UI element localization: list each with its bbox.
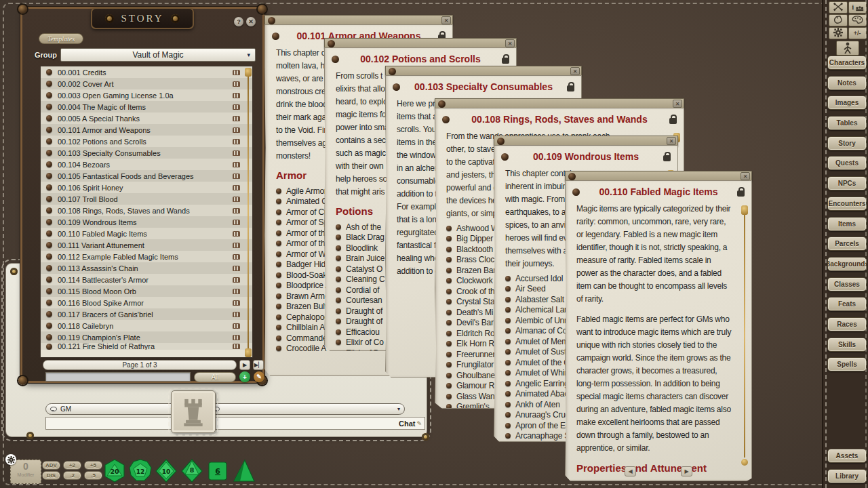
- open-entry-book-icon[interactable]: [233, 150, 240, 156]
- prev-page-button[interactable]: ◀: [625, 466, 636, 476]
- pouch-button[interactable]: [829, 14, 848, 26]
- open-entry-book-icon[interactable]: [233, 81, 240, 87]
- pin-icon[interactable]: [572, 188, 580, 196]
- sidebar-button-images[interactable]: Images: [827, 96, 867, 110]
- window-titlebar[interactable]: ✕: [324, 38, 517, 49]
- next-page-button[interactable]: ▶: [239, 360, 250, 370]
- add-entry-button[interactable]: +: [239, 371, 250, 382]
- open-entry-book-icon[interactable]: [233, 220, 240, 225]
- roll-button-dis[interactable]: DIS: [42, 471, 60, 480]
- story-list-item[interactable]: 00.119 Champion's Plate: [41, 331, 252, 343]
- open-entry-book-icon[interactable]: [233, 127, 240, 133]
- character-select-button[interactable]: [836, 41, 859, 56]
- story-list-item[interactable]: 00.003 Open Gaming License 1.0a: [41, 89, 252, 101]
- window-titlebar[interactable]: ✕: [435, 98, 684, 109]
- sidebar-button-story[interactable]: Story: [827, 136, 867, 150]
- sidebar-button-feats[interactable]: Feats: [827, 297, 867, 311]
- roll-button-minus2[interactable]: -2: [63, 471, 81, 480]
- close-button[interactable]: ✕: [673, 100, 682, 108]
- story-list-item[interactable]: 00.102 Potions and Scrolls: [41, 136, 252, 147]
- story-list-item[interactable]: 00.110 Fabled Magic Items: [41, 228, 252, 239]
- roll-button-adv[interactable]: ADV: [42, 461, 60, 470]
- sidebar-button-characters[interactable]: Characters: [827, 56, 867, 70]
- last-page-button[interactable]: ▶▏: [253, 360, 264, 370]
- edit-list-button[interactable]: ✎: [254, 371, 264, 382]
- story-list-item[interactable]: 00.111 Variant Attunement: [41, 239, 252, 251]
- pin-icon[interactable]: [393, 83, 400, 91]
- die-d8[interactable]: 8: [179, 458, 205, 484]
- sidebar-button-parcels[interactable]: Parcels: [827, 237, 867, 251]
- open-entry-book-icon[interactable]: [233, 254, 240, 260]
- die-d20[interactable]: 20: [102, 458, 127, 484]
- story-list-item[interactable]: 00.001 Credits: [41, 66, 252, 78]
- modifier-gear-badge[interactable]: [5, 454, 16, 465]
- story-list-item[interactable]: 00.109 Wondrous Items: [41, 216, 252, 228]
- open-entry-book-icon[interactable]: [233, 93, 240, 98]
- story-list-item[interactable]: 00.106 Spirit Honey: [41, 182, 252, 193]
- sidebar-button-skills[interactable]: Skills: [827, 338, 867, 352]
- open-entry-book-icon[interactable]: [233, 197, 240, 202]
- lock-icon[interactable]: [567, 85, 574, 92]
- die-d10[interactable]: 10: [153, 458, 179, 484]
- story-list-item[interactable]: 00.118 Cailebryn: [41, 320, 252, 331]
- open-entry-book-icon[interactable]: [233, 162, 240, 167]
- open-entry-book-icon[interactable]: [233, 116, 240, 121]
- lock-icon[interactable]: [663, 155, 671, 161]
- roll-button-plus5[interactable]: +5: [84, 461, 102, 470]
- open-entry-book-icon[interactable]: [233, 185, 240, 190]
- close-button[interactable]: ✕: [441, 16, 451, 24]
- sidebar-button-quests[interactable]: Quests: [827, 156, 867, 170]
- group-select[interactable]: Vault of Magic ▾: [60, 48, 256, 62]
- open-entry-book-icon[interactable]: [233, 277, 240, 283]
- roll-button-plus2[interactable]: +2: [63, 461, 81, 470]
- chat-identity-dropdown[interactable]: GM ▾: [45, 403, 178, 415]
- open-entry-book-icon[interactable]: [233, 335, 240, 340]
- sidebar-button-backgrounds[interactable]: Backgrounds: [827, 257, 867, 271]
- open-entry-book-icon[interactable]: [233, 70, 240, 75]
- open-entry-book-icon[interactable]: [233, 174, 240, 179]
- open-entry-book-icon[interactable]: [233, 243, 240, 248]
- close-button[interactable]: ✕: [741, 172, 750, 180]
- story-list-item[interactable]: 00.117 Bracers of Ganis'briel: [41, 308, 252, 320]
- window-titlebar[interactable]: ✕: [264, 15, 453, 26]
- pin-icon[interactable]: [332, 56, 339, 63]
- story-list-item[interactable]: 00.108 Rings, Rods, Staves and Wands: [41, 205, 252, 216]
- story-list-item[interactable]: 00.004 The Magic of Items: [41, 101, 252, 113]
- open-entry-book-icon[interactable]: [233, 312, 240, 317]
- lock-icon[interactable]: [737, 190, 745, 197]
- search-input[interactable]: [45, 372, 191, 382]
- window-titlebar[interactable]: ✕: [494, 136, 678, 146]
- pin-icon[interactable]: [501, 153, 509, 161]
- sidebar-button-npcs[interactable]: NPCs: [827, 176, 867, 190]
- lock-icon[interactable]: [669, 118, 677, 124]
- lock-icon[interactable]: [502, 58, 509, 64]
- open-entry-book-icon[interactable]: [233, 139, 240, 144]
- list-scrollbar[interactable]: [248, 70, 249, 352]
- pin-icon[interactable]: [272, 33, 279, 40]
- sidebar-button-encounters[interactable]: Encounters: [827, 197, 867, 211]
- plus-minus-button[interactable]: +/-: [848, 27, 867, 39]
- open-entry-book-icon[interactable]: [233, 300, 240, 306]
- open-entry-book-icon[interactable]: [233, 289, 240, 294]
- dice-tower-button[interactable]: [171, 390, 216, 433]
- pin-icon[interactable]: [442, 116, 450, 123]
- story-list-item[interactable]: 00.002 Cover Art: [41, 78, 252, 89]
- open-entry-book-icon[interactable]: [233, 323, 240, 329]
- help-button[interactable]: ?: [234, 17, 243, 26]
- next-page-button[interactable]: ▶: [681, 466, 692, 476]
- die-d12[interactable]: 12: [127, 458, 153, 484]
- roll-button-minus5[interactable]: -5: [84, 471, 102, 480]
- gear-button[interactable]: [829, 27, 848, 39]
- window-scrollbar[interactable]: [744, 214, 745, 458]
- open-entry-book-icon[interactable]: [233, 208, 240, 214]
- sidebar-button-items[interactable]: Items: [827, 217, 867, 231]
- sidebar-button-spells[interactable]: Spells: [827, 357, 867, 371]
- open-entry-book-icon[interactable]: [233, 104, 240, 110]
- story-list-item[interactable]: 00.112 Example Fabled Magic Items: [41, 251, 252, 262]
- templates-button[interactable]: Templates: [39, 33, 83, 44]
- story-list-item[interactable]: 00.107 Troll Blood: [41, 193, 252, 205]
- story-list-item[interactable]: 00.101 Armor and Weapons: [41, 124, 252, 136]
- palette-button[interactable]: [848, 14, 867, 26]
- open-entry-book-icon[interactable]: [233, 231, 240, 237]
- crossed-swords-button[interactable]: [829, 1, 848, 14]
